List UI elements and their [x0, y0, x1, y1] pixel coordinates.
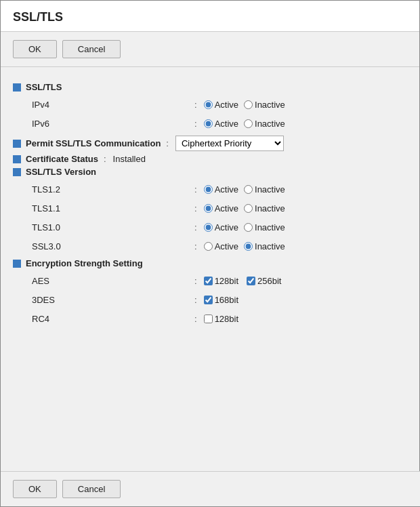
ipv6-active-label[interactable]: Active [204, 119, 238, 129]
des3-168bit-checkbox[interactable] [204, 296, 213, 304]
tls12-active-radio[interactable] [204, 185, 213, 194]
rc4-checkbox-group: 128bit [204, 314, 244, 324]
tls11-active-label[interactable]: Active [204, 203, 238, 214]
tls10-radio-group: Active Inactive [204, 222, 289, 232]
tls10-inactive-text: Inactive [255, 222, 285, 232]
des3-168bit-label[interactable]: 168bit [204, 295, 238, 305]
tls10-active-label[interactable]: Active [204, 222, 238, 232]
tls12-inactive-label[interactable]: Inactive [244, 184, 285, 195]
certificate-colon: : [104, 154, 106, 164]
ipv4-radio-group: Active Inactive [204, 100, 289, 110]
cancel-button-bottom[interactable]: Cancel [62, 480, 121, 498]
ipv6-radio-group: Active Inactive [204, 119, 289, 129]
tls11-label: TLS1.1 [32, 203, 194, 214]
ssl30-active-text: Active [215, 241, 238, 251]
tls10-inactive-radio[interactable] [244, 223, 253, 232]
tls11-inactive-text: Inactive [255, 203, 285, 214]
rc4-128bit-label[interactable]: 128bit [204, 314, 238, 324]
rc4-colon: : [194, 314, 197, 324]
version-section-icon [13, 168, 21, 176]
ok-button-bottom[interactable]: OK [13, 480, 57, 498]
permit-section-icon [13, 140, 21, 148]
certificate-value: Installed [113, 154, 146, 164]
certificate-label: Certificate Status [26, 154, 98, 164]
page-title: SSL/TLS [13, 10, 407, 24]
rc4-label: RC4 [32, 314, 194, 324]
tls10-colon: : [194, 222, 197, 232]
tls12-active-label[interactable]: Active [204, 184, 238, 195]
ipv4-label: IPv4 [32, 100, 194, 110]
tls10-inactive-label[interactable]: Inactive [244, 222, 285, 232]
ipv6-active-text: Active [215, 119, 238, 129]
permit-colon: : [166, 138, 169, 148]
ipv6-inactive-label[interactable]: Inactive [244, 119, 285, 129]
tls10-row: TLS1.0 : Active Inactive [13, 218, 407, 237]
aes-128bit-label[interactable]: 128bit [204, 276, 238, 286]
encryption-section-title: Encryption Strength Setting [26, 258, 143, 268]
rc4-row: RC4 : 128bit [13, 309, 407, 328]
ssl30-label: SSL3.0 [32, 241, 194, 251]
tls11-colon: : [194, 203, 197, 214]
ssl30-active-radio[interactable] [204, 242, 213, 251]
rc4-128bit-text: 128bit [215, 314, 238, 324]
ipv6-colon: : [194, 119, 197, 129]
permit-dropdown[interactable]: Ciphertext Priority Plaintext Priority C… [175, 136, 284, 151]
aes-label: AES [32, 276, 194, 286]
cancel-button-top[interactable]: Cancel [62, 40, 121, 58]
tls11-active-radio[interactable] [204, 204, 213, 213]
des3-168bit-text: 168bit [215, 295, 238, 305]
ipv4-active-text: Active [215, 100, 238, 110]
tls12-row: TLS1.2 : Active Inactive [13, 180, 407, 199]
ipv6-label: IPv6 [32, 119, 194, 129]
ipv6-row: IPv6 : Active Inactive [13, 114, 407, 133]
tls12-colon: : [194, 184, 197, 195]
permit-label: Permit SSL/TLS Communication [26, 138, 161, 148]
ssl30-active-label[interactable]: Active [204, 241, 238, 251]
ssl30-radio-group: Active Inactive [204, 241, 289, 251]
encryption-section-icon [13, 260, 21, 268]
ssl-tls-section-icon [13, 83, 21, 92]
tls12-label: TLS1.2 [32, 184, 194, 195]
ssl30-inactive-text: Inactive [255, 241, 285, 251]
tls12-inactive-text: Inactive [255, 184, 285, 195]
tls10-label: TLS1.0 [32, 222, 194, 232]
ipv4-row: IPv4 : Active Inactive [13, 95, 407, 114]
ipv6-active-radio[interactable] [204, 119, 213, 128]
tls12-inactive-radio[interactable] [244, 185, 253, 194]
ipv6-inactive-radio[interactable] [244, 119, 253, 128]
aes-128bit-checkbox[interactable] [204, 277, 213, 285]
des3-colon: : [194, 295, 197, 305]
ipv4-inactive-radio[interactable] [244, 100, 253, 109]
des3-row: 3DES : 168bit [13, 290, 407, 309]
des3-label: 3DES [32, 295, 194, 305]
tls12-radio-group: Active Inactive [204, 184, 289, 195]
ipv4-active-radio[interactable] [204, 100, 213, 109]
aes-128bit-text: 128bit [215, 276, 238, 286]
ssl-tls-section-title: SSL/TLS [26, 82, 62, 92]
tls11-row: TLS1.1 : Active Inactive [13, 199, 407, 218]
ssl30-inactive-radio[interactable] [244, 242, 253, 251]
tls10-active-text: Active [215, 222, 238, 232]
aes-256bit-text: 256bit [257, 276, 281, 286]
tls11-inactive-radio[interactable] [244, 204, 253, 213]
rc4-128bit-checkbox[interactable] [204, 315, 213, 323]
aes-row: AES : 128bit 256bit [13, 271, 407, 290]
aes-256bit-label[interactable]: 256bit [247, 276, 281, 286]
ok-button-top[interactable]: OK [13, 40, 57, 58]
ssl30-colon: : [194, 241, 197, 251]
aes-colon: : [194, 276, 197, 286]
aes-256bit-checkbox[interactable] [247, 277, 255, 285]
ipv4-inactive-text: Inactive [255, 100, 285, 110]
certificate-section-icon [13, 155, 21, 163]
ipv6-inactive-text: Inactive [255, 119, 285, 129]
tls12-active-text: Active [215, 184, 238, 195]
aes-checkbox-group: 128bit 256bit [204, 276, 287, 286]
tls10-active-radio[interactable] [204, 223, 213, 232]
ssl30-row: SSL3.0 : Active Inactive [13, 237, 407, 256]
tls11-inactive-label[interactable]: Inactive [244, 203, 285, 214]
ipv4-active-label[interactable]: Active [204, 100, 238, 110]
tls11-active-text: Active [215, 203, 238, 214]
version-section-title: SSL/TLS Version [26, 167, 96, 177]
ipv4-inactive-label[interactable]: Inactive [244, 100, 285, 110]
ssl30-inactive-label[interactable]: Inactive [244, 241, 285, 251]
